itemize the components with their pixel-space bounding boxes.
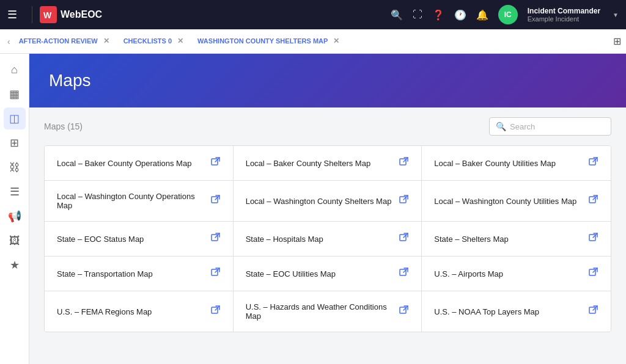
app-logo: W WebEOC: [40, 6, 102, 23]
user-name: Incident Commander: [528, 7, 600, 15]
tab-checklists[interactable]: CHECKLISTS 0 ✕: [117, 29, 191, 53]
map-card[interactable]: State – Transportation Map: [45, 257, 234, 291]
nav-divider: [32, 6, 32, 23]
external-link-icon[interactable]: [211, 268, 221, 280]
maps-label: Maps: [44, 122, 65, 131]
external-link-icon[interactable]: [211, 157, 221, 169]
map-card[interactable]: State – Hospitals Map: [234, 222, 422, 257]
map-card[interactable]: U.S. – Airports Map: [422, 257, 611, 291]
map-card[interactable]: State – Shelters Map: [422, 222, 611, 257]
map-card[interactable]: U.S. – NOAA Top Layers Map: [422, 291, 611, 332]
sidebar-item-broadcast[interactable]: 📢: [4, 205, 26, 227]
external-link-icon[interactable]: [399, 305, 409, 318]
clock-icon[interactable]: 🕐: [454, 9, 466, 21]
star-icon: ★: [10, 258, 20, 272]
map-card-name: State – EOC Utilities Map: [246, 269, 336, 278]
map-card-name: Local – Baker County Operations Map: [57, 159, 191, 168]
external-link-icon[interactable]: [399, 268, 409, 280]
external-link-icon[interactable]: [589, 305, 598, 318]
broadcast-icon: 📢: [8, 209, 21, 223]
sidebar-item-dashboard[interactable]: ▦: [4, 83, 26, 105]
map-card-name: U.S. – Hazards and Weather Conditions Ma…: [246, 302, 400, 321]
map-card-name: Local – Baker County Utilities Map: [434, 159, 556, 168]
external-link-icon[interactable]: [211, 305, 221, 318]
tab-after-action-review-label: AFTER-ACTION REVIEW: [19, 37, 98, 45]
map-card-name: U.S. – NOAA Top Layers Map: [434, 307, 539, 316]
tab-washington-shelters-close[interactable]: ✕: [331, 36, 341, 46]
svg-text:W: W: [43, 10, 52, 20]
logo-icon: W: [40, 6, 57, 23]
expand-icon[interactable]: ⛶: [413, 9, 422, 20]
dashboard-icon: ▦: [9, 87, 20, 101]
map-card[interactable]: Local – Baker County Operations Map: [45, 146, 234, 181]
tab-after-action-review[interactable]: AFTER-ACTION REVIEW ✕: [13, 29, 117, 53]
map-card[interactable]: Local – Baker County Utilities Map: [422, 146, 611, 181]
map-card-name: State – EOC Status Map: [57, 235, 144, 244]
sidebar-item-photo[interactable]: 🖼: [4, 230, 26, 252]
map-card[interactable]: State – EOC Utilities Map: [234, 257, 422, 291]
map-card[interactable]: Local – Baker County Shelters Map: [234, 146, 422, 181]
tab-grid-icon[interactable]: ⊞: [613, 36, 621, 46]
maps-count-label: Maps (15): [44, 122, 83, 131]
search-box[interactable]: 🔍: [489, 117, 611, 136]
tab-checklists-label: CHECKLISTS 0: [123, 37, 172, 45]
tab-washington-shelters-label: WASHINGTON COUNTY SHELTERS MAP: [197, 37, 328, 45]
top-navigation: ☰ W WebEOC 🔍 ⛶ ❓ 🕐 🔔 IC Incident Command…: [0, 0, 626, 29]
map-card[interactable]: Local – Washington County Shelters Map: [234, 181, 422, 222]
tab-checklists-close[interactable]: ✕: [175, 36, 185, 46]
tab-bar-right: ⊞: [613, 35, 621, 47]
external-link-icon[interactable]: [589, 195, 598, 207]
sidebar-item-grid[interactable]: ⊞: [4, 132, 26, 154]
map-card[interactable]: Local – Washington County Utilities Map: [422, 181, 611, 222]
external-link-icon[interactable]: [211, 195, 221, 207]
help-icon[interactable]: ❓: [432, 9, 444, 21]
app-name: WebEOC: [61, 9, 102, 20]
tab-after-action-review-close[interactable]: ✕: [101, 36, 111, 46]
tab-prev-button[interactable]: ‹: [5, 37, 13, 46]
map-card-name: Local – Washington County Shelters Map: [246, 197, 392, 206]
avatar[interactable]: IC: [498, 5, 518, 24]
map-card[interactable]: State – EOC Status Map: [45, 222, 234, 257]
external-link-icon[interactable]: [399, 157, 409, 169]
map-card-name: State – Shelters Map: [434, 235, 508, 244]
search-icon[interactable]: 🔍: [391, 9, 403, 21]
content-header: Maps (15) 🔍: [44, 117, 611, 136]
grid-icon-sidebar: ⊞: [10, 136, 19, 150]
bell-icon[interactable]: 🔔: [476, 9, 488, 21]
external-link-icon[interactable]: [399, 195, 409, 207]
external-link-icon[interactable]: [589, 157, 598, 169]
search-input[interactable]: [510, 122, 605, 131]
sidebar-item-link[interactable]: ⛓: [4, 156, 26, 178]
sidebar-item-home[interactable]: ⌂: [4, 59, 26, 81]
sidebar-item-maps[interactable]: ◫: [4, 107, 26, 129]
sidebar-item-list[interactable]: ☰: [4, 181, 26, 203]
map-card-name: State – Hospitals Map: [246, 235, 323, 244]
maps-icon: ◫: [9, 112, 20, 125]
external-link-icon[interactable]: [589, 268, 598, 280]
sidebar-item-star[interactable]: ★: [4, 254, 26, 276]
home-icon: ⌂: [11, 64, 18, 76]
map-card-name: Local – Washington County Operations Map: [57, 192, 211, 210]
page-title: Maps: [49, 71, 606, 90]
page-header: Maps: [29, 54, 626, 107]
content-area: Maps (15) 🔍 Local – Baker County Operati…: [29, 107, 626, 364]
hamburger-menu[interactable]: ☰: [7, 8, 17, 21]
map-card-name: Local – Baker County Shelters Map: [246, 159, 371, 168]
map-grid: Local – Baker County Operations Map Loca…: [44, 145, 611, 332]
map-card-name: U.S. – Airports Map: [434, 269, 503, 278]
tab-bar: ‹ AFTER-ACTION REVIEW ✕ CHECKLISTS 0 ✕ W…: [0, 29, 626, 54]
map-card[interactable]: U.S. – FEMA Regions Map: [45, 291, 234, 332]
external-link-icon[interactable]: [399, 233, 409, 245]
user-incident: Example Incident: [528, 15, 600, 23]
tab-washington-shelters[interactable]: WASHINGTON COUNTY SHELTERS MAP ✕: [191, 29, 347, 53]
photo-icon: 🖼: [9, 235, 20, 247]
search-icon-sm: 🔍: [496, 122, 506, 131]
main-content: Maps Maps (15) 🔍 Local – Baker County Op…: [29, 54, 626, 364]
map-card-name: Local – Washington County Utilities Map: [434, 197, 576, 206]
external-link-icon[interactable]: [589, 233, 598, 245]
external-link-icon[interactable]: [211, 233, 221, 245]
map-card[interactable]: U.S. – Hazards and Weather Conditions Ma…: [234, 291, 422, 332]
main-layout: ⌂ ▦ ◫ ⊞ ⛓ ☰ 📢 🖼 ★ Maps: [0, 54, 626, 364]
map-card[interactable]: Local – Washington County Operations Map: [45, 181, 234, 222]
user-dropdown-icon[interactable]: ▼: [613, 12, 619, 18]
